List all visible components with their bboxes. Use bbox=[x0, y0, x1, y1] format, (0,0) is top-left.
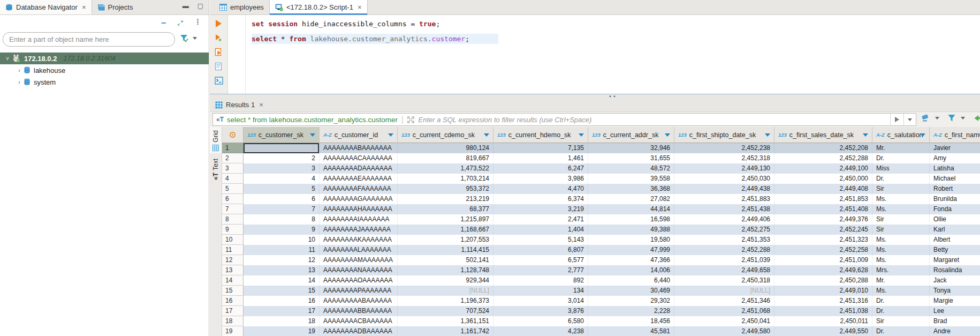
explain-plan-icon[interactable] bbox=[215, 62, 223, 71]
execute-script-icon[interactable] bbox=[215, 48, 223, 56]
chevron-expanded-icon[interactable]: ˅ bbox=[3, 56, 12, 62]
row-number[interactable]: 16 bbox=[222, 296, 244, 306]
grid-cell[interactable]: 2,450,041 bbox=[674, 316, 774, 326]
code-line-1[interactable]: set session hide_inaccessible_columns = … bbox=[252, 20, 440, 28]
tab-database-navigator[interactable]: Database Navigator × bbox=[0, 0, 92, 14]
grid-cell[interactable]: AAAAAAAABAAAAAAA bbox=[320, 143, 398, 153]
grid-cell[interactable]: Dr. bbox=[872, 296, 930, 306]
grid-cell[interactable]: 15 bbox=[244, 286, 320, 296]
grid-cell[interactable]: Mr. bbox=[872, 275, 930, 286]
sort-dropdown-icon[interactable] bbox=[388, 133, 393, 137]
grid-cell[interactable]: Rosalinda bbox=[930, 265, 980, 275]
grid-cell[interactable]: 47,366 bbox=[588, 255, 674, 265]
column-header-c_customer_sk[interactable]: 123c_customer_sk bbox=[244, 127, 320, 143]
grid-cell[interactable]: Ms. bbox=[872, 235, 930, 245]
grid-cell[interactable]: 2,452,288 bbox=[674, 245, 774, 255]
grid-cell[interactable]: 4,470 bbox=[493, 184, 588, 194]
grid-cell[interactable]: 2,452,275 bbox=[674, 225, 774, 235]
grid-cell[interactable]: 1,114,415 bbox=[398, 245, 493, 255]
grid-cell[interactable]: 3,219 bbox=[493, 204, 588, 214]
apply-filter-icon[interactable] bbox=[895, 117, 899, 122]
grid-corner-cell[interactable] bbox=[222, 127, 244, 143]
column-header-c_current_addr_sk[interactable]: 123c_current_addr_sk bbox=[588, 127, 674, 143]
grid-cell[interactable]: Brad bbox=[930, 316, 980, 326]
grid-cell[interactable]: 39,558 bbox=[588, 174, 674, 184]
grid-cell[interactable]: 2,449,100 bbox=[774, 163, 872, 174]
grid-cell[interactable]: 2,451,438 bbox=[674, 204, 774, 214]
column-header-c_customer_id[interactable]: A-Zc_customer_id bbox=[320, 127, 398, 143]
grid-cell[interactable]: 2,449,130 bbox=[674, 163, 774, 174]
grid-cell[interactable]: AAAAAAAACBAAAAAA bbox=[320, 316, 398, 326]
grid-cell[interactable]: Ms. bbox=[872, 194, 930, 204]
menu-dots-icon[interactable]: ⁞ bbox=[196, 17, 199, 26]
grid-cell[interactable]: 17 bbox=[244, 306, 320, 316]
grid-cell[interactable]: Jack bbox=[930, 275, 980, 286]
splitter-grip-icon[interactable]: ▲▲ bbox=[609, 94, 617, 98]
grid-cell[interactable]: Betty bbox=[930, 245, 980, 255]
execute-statement-icon[interactable] bbox=[215, 19, 223, 28]
filter-history-dropdown-icon[interactable] bbox=[903, 114, 916, 125]
grid-cell[interactable]: Dr. bbox=[872, 306, 930, 316]
grid-cell[interactable]: 5,143 bbox=[493, 235, 588, 245]
chevron-down-icon[interactable] bbox=[193, 37, 197, 40]
grid-cell[interactable]: AAAAAAAAGAAAAAAA bbox=[320, 194, 398, 204]
row-number[interactable]: 19 bbox=[222, 326, 244, 336]
grid-cell[interactable]: 44,814 bbox=[588, 204, 674, 214]
grid-cell[interactable]: 2,471 bbox=[493, 214, 588, 225]
grid-cell[interactable]: AAAAAAAAOAAAAAAA bbox=[320, 275, 398, 286]
grid-cell[interactable]: Brunilda bbox=[930, 194, 980, 204]
grid-cell[interactable]: 11 bbox=[244, 245, 320, 255]
grid-cell[interactable]: 6,247 bbox=[493, 163, 588, 174]
grid-cell[interactable]: 9 bbox=[244, 225, 320, 235]
sort-dropdown-icon[interactable] bbox=[484, 133, 489, 137]
row-number[interactable]: 3 bbox=[222, 163, 244, 174]
grid-cell[interactable]: 2,449,376 bbox=[774, 214, 872, 225]
grid-cell[interactable]: 3,014 bbox=[493, 296, 588, 306]
column-header-c_first_name[interactable]: A-Zc_first_name bbox=[930, 127, 980, 143]
grid-cell[interactable]: AAAAAAAADBAAAAAA bbox=[320, 326, 398, 336]
grid-cell[interactable]: AAAAAAAAJAAAAAAA bbox=[320, 225, 398, 235]
filter-funnel-check-icon[interactable] bbox=[180, 34, 188, 42]
eraser-icon[interactable] bbox=[921, 114, 930, 122]
row-number[interactable]: 5 bbox=[222, 184, 244, 194]
grid-cell[interactable]: 1,473,522 bbox=[398, 163, 493, 174]
tree-item-connection[interactable]: ˅ 172.18.0.2 172.18.0.2:31604 bbox=[0, 53, 209, 64]
grid-cell[interactable]: Albert bbox=[930, 235, 980, 245]
grid-cell[interactable]: 707,524 bbox=[398, 306, 493, 316]
grid-cell[interactable]: Ms. bbox=[872, 286, 930, 296]
grid-cell[interactable]: 2,451,408 bbox=[774, 204, 872, 214]
tab-projects[interactable]: Projects bbox=[92, 0, 139, 14]
tab-employees[interactable]: employees bbox=[214, 0, 269, 14]
grid-cell[interactable]: 3,876 bbox=[493, 306, 588, 316]
grid-cell[interactable]: 2,449,438 bbox=[674, 184, 774, 194]
grid-cell[interactable]: Andre bbox=[930, 326, 980, 336]
maximize-icon[interactable]: ▢ bbox=[197, 2, 203, 10]
grid-cell[interactable]: 2,450,030 bbox=[674, 174, 774, 184]
grid-cell[interactable]: 2,451,353 bbox=[674, 235, 774, 245]
grid-cell[interactable]: Sir bbox=[872, 225, 930, 235]
grid-cell[interactable]: Tonya bbox=[930, 286, 980, 296]
grid-cell[interactable]: [NULL] bbox=[674, 286, 774, 296]
sort-dropdown-icon[interactable] bbox=[579, 133, 584, 137]
column-header-c_first_sales_date_sk[interactable]: 123c_first_sales_date_sk bbox=[774, 127, 872, 143]
grid-cell[interactable]: Mr. bbox=[872, 143, 930, 153]
grid-cell[interactable]: 6 bbox=[244, 194, 320, 204]
row-number[interactable]: 11 bbox=[222, 245, 244, 255]
grid-cell[interactable]: 2,451,346 bbox=[674, 296, 774, 306]
grid-cell[interactable]: 1,215,897 bbox=[398, 214, 493, 225]
grid-cell[interactable]: 1,196,373 bbox=[398, 296, 493, 306]
grid-cell[interactable]: 30,469 bbox=[588, 286, 674, 296]
code-area[interactable]: set session hide_inaccessible_columns = … bbox=[228, 15, 980, 94]
grid-cell[interactable]: 2,452,318 bbox=[674, 153, 774, 163]
grid-cell[interactable]: 2,450,011 bbox=[774, 316, 872, 326]
code-line-2[interactable]: select * from lakehouse.customer_analyti… bbox=[252, 35, 498, 43]
row-number[interactable]: 12 bbox=[222, 255, 244, 265]
view-tab-text[interactable]: Text «T bbox=[209, 153, 223, 180]
grid-cell[interactable]: 2,451,323 bbox=[774, 235, 872, 245]
expand-filter-icon[interactable] bbox=[407, 116, 414, 123]
grid-cell[interactable]: 929,344 bbox=[398, 275, 493, 286]
row-number[interactable]: 17 bbox=[222, 306, 244, 316]
prev-result-icon[interactable] bbox=[974, 115, 980, 122]
grid-cell[interactable]: Sir bbox=[872, 184, 930, 194]
close-icon[interactable]: × bbox=[358, 3, 362, 11]
